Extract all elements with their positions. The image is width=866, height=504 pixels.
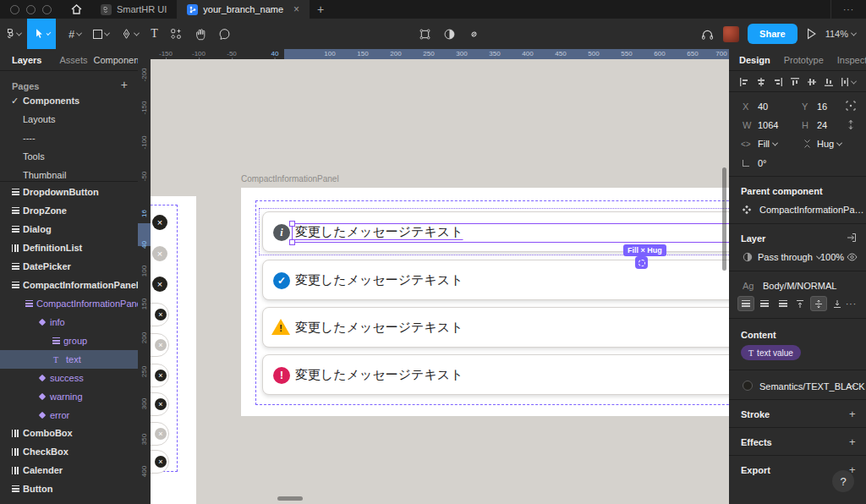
edit-object-button[interactable]	[413, 19, 437, 49]
layer-item-dialog[interactable]: Dialog	[0, 220, 138, 238]
message-text[interactable]: 変更したメッセージテキスト	[295, 260, 463, 299]
layer-item-dropzone[interactable]: DropZone	[0, 201, 138, 220]
opacity-value[interactable]: 100%	[820, 252, 844, 262]
canvas-vertical-scrollbar[interactable]	[722, 167, 726, 271]
resources-tool-button[interactable]	[164, 19, 188, 49]
text-align-left-button[interactable]	[737, 296, 754, 311]
page-item-separator[interactable]: ----	[0, 129, 138, 147]
layer-item-warning[interactable]: warning	[0, 387, 138, 406]
close-icon[interactable]: ×	[152, 246, 167, 261]
remove-style-button[interactable]: −	[849, 380, 856, 392]
layer-item-group[interactable]: group	[0, 331, 138, 350]
tab-inspect[interactable]: Inspect	[837, 55, 866, 65]
message-text[interactable]: 変更したメッセージテキスト	[295, 355, 463, 394]
parent-component-link[interactable]: CompactInformationPa…	[759, 205, 864, 215]
x-value[interactable]: 40	[758, 101, 768, 112]
align-bottom-button[interactable]	[824, 77, 834, 87]
layer-item-compactinformationpanel[interactable]: CompactInformationPanel	[0, 276, 138, 294]
layer-item-checkbox[interactable]: CheckBox	[0, 442, 138, 461]
close-icon[interactable]: ×	[152, 277, 167, 292]
pen-tool-button[interactable]	[115, 19, 145, 49]
layer-picker-icon[interactable]	[846, 233, 857, 243]
mask-button[interactable]	[437, 19, 462, 49]
align-left-button[interactable]	[739, 77, 749, 87]
blend-mode-dropdown[interactable]: Pass through	[758, 252, 821, 262]
align-text-middle-button[interactable]	[810, 296, 827, 311]
add-stroke-button[interactable]: +	[849, 408, 856, 420]
type-settings-button[interactable]: ···	[846, 299, 857, 309]
layer-item-definitionlist[interactable]: DefinitionList	[0, 238, 138, 257]
file-tab-smarthr-ui[interactable]: SmartHR UI	[90, 0, 177, 19]
add-page-button[interactable]: +	[121, 78, 128, 91]
audio-icon[interactable]	[700, 28, 715, 41]
vertical-sizing-dropdown[interactable]: Hug	[817, 139, 841, 149]
message-text[interactable]: 変更したメッセージテキスト	[295, 308, 463, 347]
text-style-name[interactable]: Body/M/NORMAL	[763, 281, 836, 291]
constrain-proportions-icon[interactable]	[847, 119, 855, 130]
main-menu-button[interactable]	[0, 19, 27, 49]
color-swatch[interactable]	[743, 381, 753, 391]
component-property-pill[interactable]: T text value	[741, 345, 801, 360]
move-tool-button[interactable]	[27, 19, 56, 49]
layer-item-dropdownbutton[interactable]: DropdownButton	[0, 183, 138, 201]
close-icon[interactable]: ×	[152, 215, 167, 230]
visibility-eye-icon[interactable]	[847, 253, 858, 261]
new-tab-button[interactable]: +	[310, 3, 332, 16]
error-panel-variant[interactable]: ! 変更したメッセージテキスト	[262, 354, 729, 395]
align-top-button[interactable]	[790, 77, 800, 87]
layer-item-combobox[interactable]: ComboBox	[0, 424, 138, 442]
y-value[interactable]: 16	[817, 101, 827, 112]
help-button[interactable]: ?	[832, 470, 854, 492]
page-item-components[interactable]: ✓ Components	[0, 91, 138, 110]
close-tab-icon[interactable]: ×	[293, 3, 299, 15]
frame-tool-button[interactable]: #	[63, 19, 87, 49]
text-align-center-button[interactable]	[756, 296, 773, 311]
share-button[interactable]: Share	[748, 24, 797, 44]
tab-prototype[interactable]: Prototype	[784, 55, 824, 65]
tab-design[interactable]: Design	[739, 55, 770, 65]
page-item-layouts[interactable]: Layouts	[0, 110, 138, 129]
add-effect-button[interactable]: +	[849, 436, 856, 448]
create-link-button[interactable]	[462, 19, 486, 49]
rotation-value[interactable]: 0°	[758, 158, 767, 168]
selection-handle[interactable]	[289, 239, 295, 245]
present-play-icon[interactable]	[806, 28, 817, 40]
horizontal-sizing-dropdown[interactable]: Fill	[758, 139, 777, 149]
selection-rectangle[interactable]	[292, 223, 729, 243]
file-tab-branch[interactable]: your_branch_name ×	[177, 0, 310, 19]
text-tool-button[interactable]: T	[145, 19, 164, 49]
layer-item-component-set[interactable]: CompactInformationPanel	[0, 294, 138, 313]
warning-panel-variant[interactable]: ! 変更したメッセージテキスト	[262, 307, 729, 348]
align-text-top-button[interactable]	[792, 296, 808, 311]
user-avatar[interactable]	[723, 26, 739, 42]
width-value[interactable]: 1064	[758, 120, 778, 130]
window-minimize-button[interactable]	[26, 5, 36, 14]
layer-item-success[interactable]: success	[0, 369, 138, 387]
height-value[interactable]: 24	[817, 120, 827, 130]
layer-item-button[interactable]: Button	[0, 479, 138, 498]
home-button[interactable]	[62, 0, 90, 19]
autolayout-resize-icon[interactable]	[635, 256, 648, 269]
tab-assets[interactable]: Assets	[47, 55, 93, 65]
page-item-tools[interactable]: Tools	[0, 147, 138, 166]
window-menu-button[interactable]: ···	[831, 5, 866, 14]
window-close-button[interactable]	[10, 5, 19, 14]
align-horizontal-center-button[interactable]	[756, 77, 766, 87]
layer-item-text[interactable]: T text	[0, 350, 138, 369]
text-align-right-button[interactable]	[775, 296, 792, 311]
window-zoom-button[interactable]	[42, 5, 52, 14]
layer-item-info[interactable]: info	[0, 313, 138, 331]
shape-tool-button[interactable]	[87, 19, 115, 49]
canvas-horizontal-scrollbar[interactable]	[277, 496, 303, 501]
distribute-button[interactable]	[841, 77, 856, 87]
align-right-button[interactable]	[773, 77, 783, 87]
align-vertical-center-button[interactable]	[807, 77, 817, 87]
comment-tool-button[interactable]	[212, 19, 237, 49]
canvas-viewport[interactable]: × × × × × × × × × CompactInformationPane…	[151, 59, 729, 504]
align-text-bottom-button[interactable]	[829, 296, 846, 311]
zoom-level-control[interactable]: 114%	[825, 29, 859, 39]
layer-item-calender[interactable]: Calender	[0, 461, 138, 479]
selection-handle[interactable]	[289, 221, 295, 227]
tab-layers[interactable]: Layers	[0, 55, 47, 65]
layer-item-datepicker[interactable]: DatePicker	[0, 257, 138, 276]
